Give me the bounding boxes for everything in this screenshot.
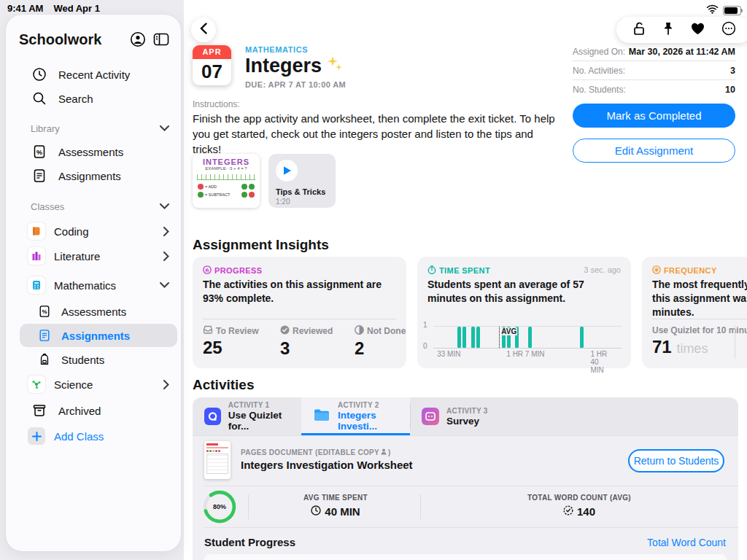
battery-icon xyxy=(723,6,741,15)
poster-rule: = ADD xyxy=(205,184,217,189)
app-title: Schoolwork xyxy=(19,31,101,48)
meta-row-activities: No. Activities: 3 xyxy=(573,61,735,80)
sidebar-item-library-assessments[interactable]: % Assessments xyxy=(6,140,181,163)
sidebar-label: Recent Activity xyxy=(58,69,130,81)
tag-label: PROGRESS xyxy=(214,266,263,275)
sidebar-toggle-icon[interactable] xyxy=(153,32,169,47)
x-tick-label: 1 HR 7 MIN xyxy=(506,350,544,358)
sidebar-item-math-assignments[interactable]: Assignments xyxy=(6,324,181,347)
ring-percent: 80% xyxy=(203,490,236,524)
back-button[interactable] xyxy=(191,18,216,42)
student-progress-label: Student Progress xyxy=(204,536,295,548)
unlock-icon[interactable] xyxy=(632,21,646,39)
assessments-icon: % xyxy=(31,144,48,159)
meta-value: 10 xyxy=(725,85,735,95)
sidebar-header: Schoolwork xyxy=(6,26,181,52)
tab-title: Use Quizlet for... xyxy=(228,410,301,432)
status-date: Wed Apr 1 xyxy=(53,3,100,14)
half-circle-icon xyxy=(355,325,364,337)
stat-value: 3 xyxy=(280,338,333,359)
sidebar-item-math-students[interactable]: Students xyxy=(6,348,181,371)
chevron-right-icon xyxy=(163,227,169,236)
literature-class-icon xyxy=(28,247,45,265)
sidebar-item-add-class[interactable]: Add Class xyxy=(6,424,181,448)
poster-attachment[interactable]: INTEGERS EXAMPLE: -3 + 4 = ? = ADD = SUB… xyxy=(193,154,260,208)
status-bar: 9:41 AM Wed Apr 1 xyxy=(7,3,100,14)
sidebar-label: Students xyxy=(61,354,104,366)
sidebar-label: Archived xyxy=(58,405,101,417)
stat-label: Not Done xyxy=(367,326,406,336)
tab-activity-3[interactable]: ACTIVITY 3 Survey xyxy=(410,397,519,435)
divider xyxy=(652,319,747,319)
tag-label: TIME SPENT xyxy=(439,266,490,275)
pin-icon[interactable] xyxy=(662,21,674,39)
sidebar-item-class-mathematics[interactable]: Mathematics xyxy=(6,273,181,297)
assignment-title: Integers xyxy=(245,55,322,77)
time-spent-bar xyxy=(528,327,532,348)
meta-label: No. Students: xyxy=(573,85,626,95)
heart-icon[interactable] xyxy=(691,23,705,38)
stat-value: 140 xyxy=(577,505,595,518)
meta-value: Mar 30, 2026 at 11:42 AM xyxy=(629,47,735,57)
meta-value: 3 xyxy=(730,66,735,76)
insights-heading: Assignment Insights xyxy=(193,237,329,253)
tab-activity-2-selected[interactable]: ACTIVITY 2 Integers Investi... xyxy=(301,397,410,435)
date-badge-month: APR xyxy=(193,45,231,59)
meta-row-students: No. Students: 10 xyxy=(573,80,735,98)
section-label: Library xyxy=(31,123,60,134)
divider xyxy=(203,319,396,319)
divider xyxy=(204,486,738,486)
frequency-unit: times xyxy=(676,341,708,356)
folder-icon xyxy=(313,408,330,425)
sidebar-label: Search xyxy=(58,93,93,105)
tab-activity-1[interactable]: ACTIVITY 1 Use Quizlet for... xyxy=(193,397,301,435)
sidebar-label: Assessments xyxy=(58,146,123,158)
progress-text: The activities on this assignment are 93… xyxy=(203,278,397,306)
sidebar-item-library-assignments[interactable]: Assignments xyxy=(6,164,181,187)
document-title: Integers Investigation Worksheet xyxy=(241,459,413,471)
time-spent-bar xyxy=(580,327,584,348)
activities-panel: ACTIVITY 1 Use Quizlet for... ACTIVITY 2… xyxy=(193,397,738,560)
mathematics-class-icon xyxy=(28,276,45,294)
sidebar-item-class-science[interactable]: Science xyxy=(6,373,181,396)
profile-icon[interactable] xyxy=(130,31,146,47)
tab-kicker: ACTIVITY 2 xyxy=(338,401,410,409)
sidebar-section-classes[interactable]: Classes xyxy=(6,195,181,218)
sidebar-item-recent-activity[interactable]: Recent Activity xyxy=(6,63,181,86)
assignments-icon xyxy=(38,329,51,342)
frequency-tag: FREQUENCY xyxy=(652,265,717,276)
divider xyxy=(248,494,249,519)
total-word-count-link[interactable]: Total Word Count xyxy=(647,537,726,548)
sidebar-item-math-assessments[interactable]: % Assessments xyxy=(6,300,181,323)
poster-example: EXAMPLE: -3 + 4 = ? xyxy=(193,166,260,171)
audio-duration: 1:20 xyxy=(276,198,328,206)
sidebar-item-class-coding[interactable]: Coding xyxy=(6,219,181,243)
sidebar-section-library[interactable]: Library xyxy=(6,117,181,140)
sidebar-label: Assessments xyxy=(61,306,126,318)
sparkles-icon xyxy=(326,55,344,77)
time-spent-tag: TIME SPENT xyxy=(427,265,490,276)
y-tick-1: 1 xyxy=(423,321,427,329)
mark-completed-button[interactable]: Mark as Completed xyxy=(573,104,735,128)
instructions-label: Instructions: xyxy=(193,99,240,109)
audio-attachment[interactable]: Tips & Tricks 1:20 xyxy=(268,154,336,208)
svg-text:%: % xyxy=(42,308,47,315)
worksheet-thumbnail[interactable] xyxy=(204,441,231,479)
more-options-icon[interactable] xyxy=(721,21,736,39)
stat-label: To Review xyxy=(216,326,258,336)
sidebar-item-search[interactable]: Search xyxy=(6,87,181,110)
archive-icon xyxy=(31,404,48,417)
status-time: 9:41 AM xyxy=(7,3,43,14)
progress-tag: PROGRESS xyxy=(203,265,263,276)
svg-text:%: % xyxy=(36,149,42,156)
return-to-students-button[interactable]: Return to Students xyxy=(628,449,724,472)
clock-icon xyxy=(311,505,321,518)
play-icon[interactable] xyxy=(276,160,298,182)
tag-label: FREQUENCY xyxy=(664,266,717,275)
sidebar-item-class-literature[interactable]: Literature xyxy=(6,244,181,268)
wifi-icon xyxy=(706,4,719,17)
edit-assignment-button[interactable]: Edit Assignment xyxy=(573,139,735,163)
x-tick-label: 1 HR 40 MIN xyxy=(590,350,611,374)
time-spent-bar xyxy=(457,327,461,348)
sidebar-item-archived[interactable]: Archived xyxy=(6,399,181,422)
